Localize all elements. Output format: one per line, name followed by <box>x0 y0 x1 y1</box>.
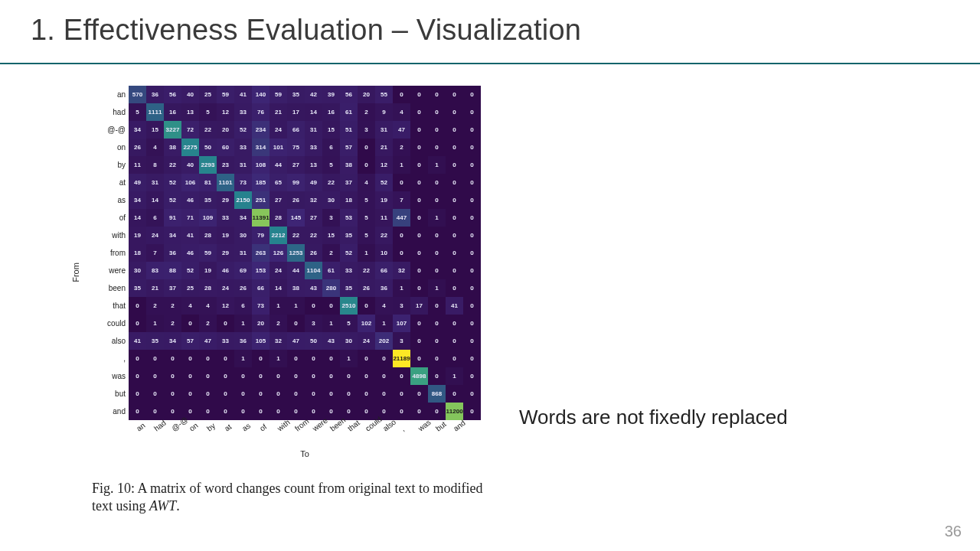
row-label: with <box>92 227 129 244</box>
heatmap-cell: 6 <box>322 139 340 156</box>
heatmap-cell: 0 <box>410 209 428 227</box>
heatmap-cell: 26 <box>358 279 375 297</box>
row-label: but <box>92 385 129 403</box>
row-label: been <box>92 279 129 297</box>
heatmap-cell: 76 <box>252 103 270 121</box>
row-label: at <box>92 174 129 191</box>
heatmap-cell: 0 <box>181 350 199 367</box>
heatmap-cell: 36 <box>234 332 252 350</box>
heatmap-cell: 4 <box>358 174 375 191</box>
row-label: an <box>92 86 129 103</box>
heatmap-cell: 0 <box>129 403 146 420</box>
heatmap-cell: 0 <box>322 385 340 403</box>
heatmap-cell: 12 <box>217 297 234 315</box>
heatmap-cell: 0 <box>446 350 463 367</box>
heatmap-cell: 32 <box>305 191 322 209</box>
heatmap-cell: 0 <box>446 139 463 156</box>
heatmap-cell: 0 <box>358 139 375 156</box>
heatmap-cell: 24 <box>217 279 234 297</box>
heatmap-cell: 0 <box>358 156 375 174</box>
heatmap-cell: 47 <box>199 332 217 350</box>
heatmap-cell: 34 <box>129 121 146 139</box>
heatmap-cell: 0 <box>428 103 446 121</box>
heatmap-cell: 5 <box>358 209 375 227</box>
heatmap-cell: 3 <box>393 332 410 350</box>
heatmap-cell: 50 <box>199 139 217 156</box>
heatmap-cell: 22 <box>287 227 305 244</box>
heatmap-cell: 0 <box>410 103 428 121</box>
heatmap-cell: 0 <box>410 174 428 191</box>
y-axis-label: From <box>71 262 80 282</box>
heatmap-cell: 14 <box>146 191 164 209</box>
heatmap-cell: 56 <box>340 86 358 103</box>
heatmap-cell: 0 <box>146 350 164 367</box>
row-label: were <box>92 262 129 279</box>
heatmap-cell: 41 <box>181 227 199 244</box>
heatmap-cell: 5 <box>129 103 146 121</box>
heatmap-cell: 6 <box>146 209 164 227</box>
heatmap-cell: 0 <box>393 385 410 403</box>
heatmap-cell: 1 <box>287 297 305 315</box>
heatmap-cell: 36 <box>164 244 181 262</box>
heatmap-cell: 7 <box>146 244 164 262</box>
heatmap-cell: 25 <box>181 279 199 297</box>
heatmap-cell: 0 <box>129 350 146 367</box>
heatmap-cell: 43 <box>305 279 322 297</box>
heatmap-cell: 145 <box>287 209 305 227</box>
heatmap-cell: 22 <box>375 227 393 244</box>
heatmap-cell: 44 <box>270 156 287 174</box>
heatmap-cell: 0 <box>393 367 410 385</box>
row-label: could <box>92 315 129 332</box>
heatmap-cell: 71 <box>181 209 199 227</box>
heatmap-cell: 0 <box>305 385 322 403</box>
heatmap-cell: 0 <box>393 227 410 244</box>
heatmap-cell: 0 <box>305 297 322 315</box>
heatmap-cell: 3 <box>305 315 322 332</box>
heatmap-cell: 0 <box>410 191 428 209</box>
heatmap-cell: 69 <box>234 262 252 279</box>
heatmap-cell: 0 <box>428 262 446 279</box>
heatmap-cell: 7 <box>393 191 410 209</box>
row-label: , <box>92 350 129 367</box>
heatmap-cell: 30 <box>234 227 252 244</box>
heatmap-cell: 0 <box>129 385 146 403</box>
heatmap-cell: 41 <box>446 297 463 315</box>
heatmap-cell: 19 <box>375 191 393 209</box>
heatmap-cell: 185 <box>252 174 270 191</box>
heatmap-cell: 33 <box>305 139 322 156</box>
heatmap-cell: 0 <box>463 244 481 262</box>
heatmap-cell: 0 <box>446 86 463 103</box>
heatmap-cell: 0 <box>358 297 375 315</box>
heatmap-cell: 22 <box>322 174 340 191</box>
heatmap-cell: 59 <box>199 244 217 262</box>
heatmap-cell: 15 <box>322 227 340 244</box>
heatmap-cell: 0 <box>181 367 199 385</box>
heatmap-cell: 1 <box>234 315 252 332</box>
heatmap-cell: 2 <box>358 103 375 121</box>
heatmap-cell: 4 <box>199 297 217 315</box>
heatmap-cell: 0 <box>463 174 481 191</box>
heatmap-cell: 2212 <box>270 227 287 244</box>
heatmap-cell: 13 <box>181 103 199 121</box>
heatmap-cell: 0 <box>129 367 146 385</box>
title-rule <box>0 63 980 64</box>
row-label: that <box>92 297 129 315</box>
heatmap-cell: 81 <box>199 174 217 191</box>
heatmap-cell: 29 <box>217 244 234 262</box>
figure: From anhad@-@onbyatasofwithfromwerebeent… <box>92 86 505 516</box>
heatmap-cell: 27 <box>287 156 305 174</box>
heatmap-cell: 0 <box>463 279 481 297</box>
heatmap-cell: 1 <box>340 350 358 367</box>
heatmap-cell: 30 <box>322 191 340 209</box>
heatmap-cell: 30 <box>340 332 358 350</box>
heatmap-cell: 5 <box>322 156 340 174</box>
heatmap-cell: 51 <box>340 121 358 139</box>
heatmap-cell: 73 <box>234 174 252 191</box>
heatmap-cell: 0 <box>428 332 446 350</box>
heatmap-cell: 72 <box>181 121 199 139</box>
heatmap-cell: 24 <box>358 332 375 350</box>
heatmap-cell: 26 <box>305 244 322 262</box>
heatmap-cell: 24 <box>146 227 164 244</box>
heatmap-cell: 3 <box>393 297 410 315</box>
heatmap-cell: 27 <box>270 191 287 209</box>
